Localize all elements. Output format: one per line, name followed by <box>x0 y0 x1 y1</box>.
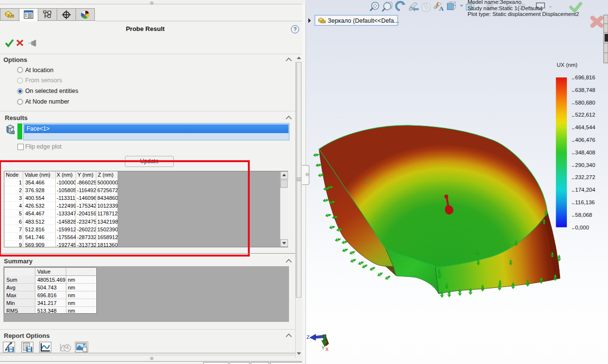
svg-text:58,068: 58,068 <box>575 212 592 218</box>
svg-text:UX (nm): UX (nm) <box>557 62 578 68</box>
svg-text:638,748: 638,748 <box>575 87 595 93</box>
svg-text:Z: Z <box>306 334 310 340</box>
svg-text:Study name:Static 1(-Default-): Study name:Static 1(-Default-) <box>468 5 543 11</box>
svg-text:Зеркало (Default<<Defa...: Зеркало (Default<<Defa... <box>328 17 399 24</box>
svg-text:A: A <box>439 5 444 12</box>
svg-text:290,340: 290,340 <box>575 162 595 168</box>
svg-text:X: X <box>325 346 329 352</box>
svg-text:174,204: 174,204 <box>575 187 595 193</box>
svg-text:696,816: 696,816 <box>575 75 595 80</box>
svg-text:0,000: 0,000 <box>575 225 589 230</box>
svg-text:348,408: 348,408 <box>575 150 595 155</box>
svg-text:406,476: 406,476 <box>575 137 595 143</box>
svg-text:Plot type: Static displacement: Plot type: Static displacement Displacem… <box>468 11 579 17</box>
svg-text:522,612: 522,612 <box>575 112 595 118</box>
svg-text:Model name:Зеркало: Model name:Зеркало <box>468 0 521 5</box>
svg-text:464,544: 464,544 <box>575 124 595 130</box>
svg-text:Y: Y <box>321 345 325 351</box>
svg-text:232,272: 232,272 <box>575 174 595 180</box>
svg-text:116,136: 116,136 <box>575 199 595 205</box>
svg-text:580,680: 580,680 <box>575 100 595 106</box>
